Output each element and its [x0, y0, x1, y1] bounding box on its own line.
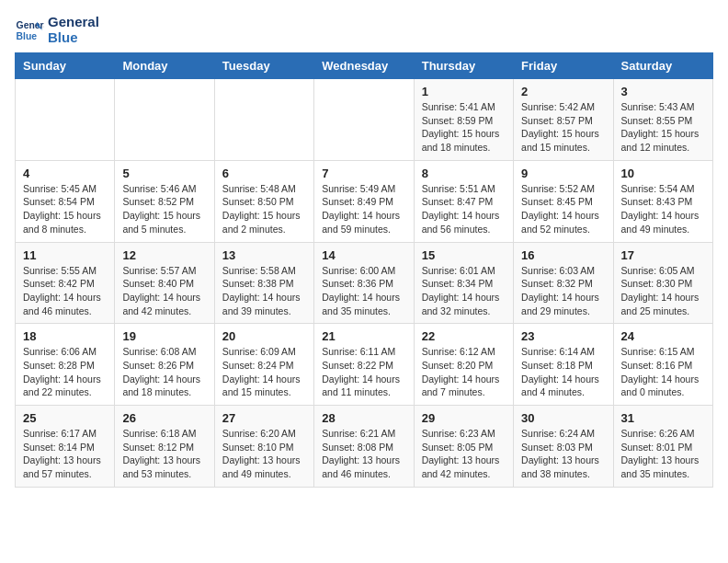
week-row-5: 25Sunrise: 6:17 AM Sunset: 8:14 PM Dayli… [16, 406, 713, 488]
day-cell: 7Sunrise: 5:49 AM Sunset: 8:49 PM Daylig… [314, 160, 414, 242]
day-number: 2 [521, 85, 605, 98]
day-number: 1 [422, 85, 506, 98]
day-number: 28 [322, 411, 405, 425]
page-header: General Blue General Blue [15, 15, 713, 45]
day-number: 11 [23, 248, 107, 262]
day-number: 22 [422, 329, 506, 343]
day-info: Sunrise: 6:14 AM Sunset: 8:18 PM Dayligh… [521, 345, 605, 399]
day-info: Sunrise: 5:58 AM Sunset: 8:38 PM Dayligh… [222, 264, 306, 318]
week-row-3: 11Sunrise: 5:55 AM Sunset: 8:42 PM Dayli… [16, 242, 713, 324]
day-cell: 28Sunrise: 6:21 AM Sunset: 8:08 PM Dayli… [314, 406, 414, 488]
day-cell: 29Sunrise: 6:23 AM Sunset: 8:05 PM Dayli… [414, 406, 513, 488]
day-number: 17 [621, 248, 705, 262]
day-cell: 4Sunrise: 5:45 AM Sunset: 8:54 PM Daylig… [16, 160, 115, 242]
col-header-wednesday: Wednesday [314, 53, 414, 79]
day-info: Sunrise: 6:21 AM Sunset: 8:08 PM Dayligh… [322, 427, 405, 481]
day-cell: 8Sunrise: 5:51 AM Sunset: 8:47 PM Daylig… [414, 160, 513, 242]
col-header-saturday: Saturday [613, 53, 712, 79]
day-number: 6 [222, 167, 306, 180]
calendar-table: SundayMondayTuesdayWednesdayThursdayFrid… [15, 52, 713, 488]
day-info: Sunrise: 5:51 AM Sunset: 8:47 PM Dayligh… [422, 182, 506, 236]
day-info: Sunrise: 6:18 AM Sunset: 8:12 PM Dayligh… [122, 427, 206, 481]
svg-text:General: General [17, 20, 44, 30]
day-cell: 6Sunrise: 5:48 AM Sunset: 8:50 PM Daylig… [214, 160, 313, 242]
day-info: Sunrise: 5:52 AM Sunset: 8:45 PM Dayligh… [521, 182, 605, 236]
logo-icon: General Blue [15, 16, 44, 45]
day-info: Sunrise: 6:03 AM Sunset: 8:32 PM Dayligh… [521, 264, 605, 318]
day-number: 10 [621, 167, 705, 180]
day-info: Sunrise: 5:49 AM Sunset: 8:49 PM Dayligh… [322, 182, 405, 236]
day-number: 9 [521, 167, 605, 180]
day-info: Sunrise: 6:17 AM Sunset: 8:14 PM Dayligh… [23, 427, 107, 481]
day-info: Sunrise: 6:00 AM Sunset: 8:36 PM Dayligh… [322, 264, 405, 318]
day-info: Sunrise: 6:20 AM Sunset: 8:10 PM Dayligh… [222, 427, 306, 481]
day-cell: 2Sunrise: 5:42 AM Sunset: 8:57 PM Daylig… [514, 79, 613, 161]
day-number: 8 [422, 167, 506, 180]
day-info: Sunrise: 6:26 AM Sunset: 8:01 PM Dayligh… [621, 427, 705, 481]
day-info: Sunrise: 5:54 AM Sunset: 8:43 PM Dayligh… [621, 182, 705, 236]
day-cell: 26Sunrise: 6:18 AM Sunset: 8:12 PM Dayli… [115, 406, 214, 488]
day-cell: 14Sunrise: 6:00 AM Sunset: 8:36 PM Dayli… [314, 242, 414, 324]
day-number: 30 [521, 411, 605, 425]
week-row-2: 4Sunrise: 5:45 AM Sunset: 8:54 PM Daylig… [16, 160, 713, 242]
col-header-sunday: Sunday [16, 53, 115, 79]
day-cell: 23Sunrise: 6:14 AM Sunset: 8:18 PM Dayli… [514, 324, 613, 406]
day-info: Sunrise: 6:06 AM Sunset: 8:28 PM Dayligh… [23, 345, 107, 399]
day-cell: 12Sunrise: 5:57 AM Sunset: 8:40 PM Dayli… [115, 242, 214, 324]
day-cell: 9Sunrise: 5:52 AM Sunset: 8:45 PM Daylig… [514, 160, 613, 242]
day-cell: 1Sunrise: 5:41 AM Sunset: 8:59 PM Daylig… [414, 79, 513, 161]
day-cell: 11Sunrise: 5:55 AM Sunset: 8:42 PM Dayli… [16, 242, 115, 324]
day-number: 7 [322, 167, 405, 180]
logo-text-blue: Blue [48, 30, 99, 46]
day-cell: 20Sunrise: 6:09 AM Sunset: 8:24 PM Dayli… [214, 324, 313, 406]
day-number: 14 [322, 248, 405, 262]
col-header-tuesday: Tuesday [214, 53, 313, 79]
day-cell: 17Sunrise: 6:05 AM Sunset: 8:30 PM Dayli… [613, 242, 712, 324]
col-header-friday: Friday [514, 53, 613, 79]
day-info: Sunrise: 6:05 AM Sunset: 8:30 PM Dayligh… [621, 264, 705, 318]
calendar-header: SundayMondayTuesdayWednesdayThursdayFrid… [16, 53, 713, 79]
week-row-4: 18Sunrise: 6:06 AM Sunset: 8:28 PM Dayli… [16, 324, 713, 406]
day-cell: 15Sunrise: 6:01 AM Sunset: 8:34 PM Dayli… [414, 242, 513, 324]
day-info: Sunrise: 5:46 AM Sunset: 8:52 PM Dayligh… [122, 182, 206, 236]
day-number: 18 [23, 329, 107, 343]
week-row-1: 1Sunrise: 5:41 AM Sunset: 8:59 PM Daylig… [16, 79, 713, 161]
logo-text-general: General [48, 15, 99, 30]
day-info: Sunrise: 6:08 AM Sunset: 8:26 PM Dayligh… [122, 345, 206, 399]
day-cell: 10Sunrise: 5:54 AM Sunset: 8:43 PM Dayli… [613, 160, 712, 242]
day-cell: 13Sunrise: 5:58 AM Sunset: 8:38 PM Dayli… [214, 242, 313, 324]
day-info: Sunrise: 6:11 AM Sunset: 8:22 PM Dayligh… [322, 345, 405, 399]
svg-text:Blue: Blue [17, 30, 38, 40]
col-header-monday: Monday [115, 53, 214, 79]
day-info: Sunrise: 5:42 AM Sunset: 8:57 PM Dayligh… [521, 100, 605, 155]
day-cell: 18Sunrise: 6:06 AM Sunset: 8:28 PM Dayli… [16, 324, 115, 406]
day-cell [115, 79, 214, 161]
day-number: 21 [322, 329, 405, 343]
day-number: 15 [422, 248, 506, 262]
day-number: 24 [621, 329, 705, 343]
day-info: Sunrise: 6:09 AM Sunset: 8:24 PM Dayligh… [222, 345, 306, 399]
day-cell: 25Sunrise: 6:17 AM Sunset: 8:14 PM Dayli… [16, 406, 115, 488]
day-cell: 22Sunrise: 6:12 AM Sunset: 8:20 PM Dayli… [414, 324, 513, 406]
day-number: 5 [122, 167, 206, 180]
day-number: 29 [422, 411, 506, 425]
logo: General Blue General Blue [15, 15, 99, 45]
day-number: 27 [222, 411, 306, 425]
day-cell: 5Sunrise: 5:46 AM Sunset: 8:52 PM Daylig… [115, 160, 214, 242]
day-cell [16, 79, 115, 161]
day-cell: 27Sunrise: 6:20 AM Sunset: 8:10 PM Dayli… [214, 406, 313, 488]
day-number: 20 [222, 329, 306, 343]
day-cell: 3Sunrise: 5:43 AM Sunset: 8:55 PM Daylig… [613, 79, 712, 161]
day-info: Sunrise: 5:57 AM Sunset: 8:40 PM Dayligh… [122, 264, 206, 318]
day-cell: 30Sunrise: 6:24 AM Sunset: 8:03 PM Dayli… [514, 406, 613, 488]
day-number: 4 [23, 167, 107, 180]
day-cell: 19Sunrise: 6:08 AM Sunset: 8:26 PM Dayli… [115, 324, 214, 406]
day-cell: 31Sunrise: 6:26 AM Sunset: 8:01 PM Dayli… [613, 406, 712, 488]
day-cell: 21Sunrise: 6:11 AM Sunset: 8:22 PM Dayli… [314, 324, 414, 406]
day-info: Sunrise: 6:23 AM Sunset: 8:05 PM Dayligh… [422, 427, 506, 481]
day-number: 12 [122, 248, 206, 262]
day-number: 19 [122, 329, 206, 343]
col-header-thursday: Thursday [414, 53, 513, 79]
day-number: 23 [521, 329, 605, 343]
day-number: 25 [23, 411, 107, 425]
